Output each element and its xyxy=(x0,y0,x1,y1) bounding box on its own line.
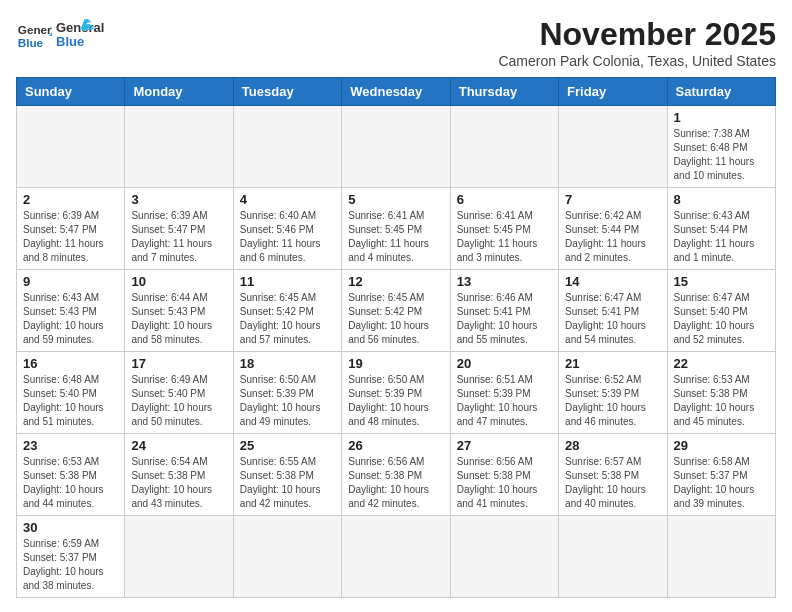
day-info: Sunrise: 6:48 AMSunset: 5:40 PMDaylight:… xyxy=(23,373,118,429)
day-number: 19 xyxy=(348,356,443,371)
day-cell: 17Sunrise: 6:49 AMSunset: 5:40 PMDayligh… xyxy=(125,352,233,434)
day-number: 17 xyxy=(131,356,226,371)
day-info: Sunrise: 6:50 AMSunset: 5:39 PMDaylight:… xyxy=(348,373,443,429)
day-info: Sunrise: 6:52 AMSunset: 5:39 PMDaylight:… xyxy=(565,373,660,429)
day-cell xyxy=(559,516,667,598)
day-number: 21 xyxy=(565,356,660,371)
day-info: Sunrise: 6:41 AMSunset: 5:45 PMDaylight:… xyxy=(348,209,443,265)
day-header-wednesday: Wednesday xyxy=(342,78,450,106)
day-info: Sunrise: 6:44 AMSunset: 5:43 PMDaylight:… xyxy=(131,291,226,347)
day-cell: 29Sunrise: 6:58 AMSunset: 5:37 PMDayligh… xyxy=(667,434,775,516)
day-cell: 21Sunrise: 6:52 AMSunset: 5:39 PMDayligh… xyxy=(559,352,667,434)
day-number: 27 xyxy=(457,438,552,453)
day-info: Sunrise: 6:57 AMSunset: 5:38 PMDaylight:… xyxy=(565,455,660,511)
day-cell: 3Sunrise: 6:39 AMSunset: 5:47 PMDaylight… xyxy=(125,188,233,270)
day-cell: 7Sunrise: 6:42 AMSunset: 5:44 PMDaylight… xyxy=(559,188,667,270)
day-info: Sunrise: 7:38 AMSunset: 6:48 PMDaylight:… xyxy=(674,127,769,183)
day-cell: 26Sunrise: 6:56 AMSunset: 5:38 PMDayligh… xyxy=(342,434,450,516)
day-cell: 5Sunrise: 6:41 AMSunset: 5:45 PMDaylight… xyxy=(342,188,450,270)
day-info: Sunrise: 6:45 AMSunset: 5:42 PMDaylight:… xyxy=(240,291,335,347)
day-cell: 4Sunrise: 6:40 AMSunset: 5:46 PMDaylight… xyxy=(233,188,341,270)
day-number: 15 xyxy=(674,274,769,289)
day-cell xyxy=(342,106,450,188)
day-info: Sunrise: 6:55 AMSunset: 5:38 PMDaylight:… xyxy=(240,455,335,511)
day-cell: 13Sunrise: 6:46 AMSunset: 5:41 PMDayligh… xyxy=(450,270,558,352)
day-cell: 30Sunrise: 6:59 AMSunset: 5:37 PMDayligh… xyxy=(17,516,125,598)
day-header-friday: Friday xyxy=(559,78,667,106)
day-cell: 25Sunrise: 6:55 AMSunset: 5:38 PMDayligh… xyxy=(233,434,341,516)
day-info: Sunrise: 6:58 AMSunset: 5:37 PMDaylight:… xyxy=(674,455,769,511)
day-header-monday: Monday xyxy=(125,78,233,106)
day-cell: 28Sunrise: 6:57 AMSunset: 5:38 PMDayligh… xyxy=(559,434,667,516)
day-info: Sunrise: 6:59 AMSunset: 5:37 PMDaylight:… xyxy=(23,537,118,593)
day-info: Sunrise: 6:49 AMSunset: 5:40 PMDaylight:… xyxy=(131,373,226,429)
day-header-saturday: Saturday xyxy=(667,78,775,106)
day-cell: 12Sunrise: 6:45 AMSunset: 5:42 PMDayligh… xyxy=(342,270,450,352)
svg-text:General: General xyxy=(56,20,104,35)
day-number: 26 xyxy=(348,438,443,453)
day-info: Sunrise: 6:43 AMSunset: 5:43 PMDaylight:… xyxy=(23,291,118,347)
day-number: 8 xyxy=(674,192,769,207)
day-number: 18 xyxy=(240,356,335,371)
day-cell: 20Sunrise: 6:51 AMSunset: 5:39 PMDayligh… xyxy=(450,352,558,434)
day-number: 3 xyxy=(131,192,226,207)
day-info: Sunrise: 6:56 AMSunset: 5:38 PMDaylight:… xyxy=(348,455,443,511)
logo-bird-icon: General Blue xyxy=(56,16,106,56)
day-info: Sunrise: 6:41 AMSunset: 5:45 PMDaylight:… xyxy=(457,209,552,265)
day-cell: 8Sunrise: 6:43 AMSunset: 5:44 PMDaylight… xyxy=(667,188,775,270)
calendar-title: November 2025 xyxy=(498,16,776,53)
day-cell: 18Sunrise: 6:50 AMSunset: 5:39 PMDayligh… xyxy=(233,352,341,434)
day-number: 9 xyxy=(23,274,118,289)
day-cell: 6Sunrise: 6:41 AMSunset: 5:45 PMDaylight… xyxy=(450,188,558,270)
day-cell: 14Sunrise: 6:47 AMSunset: 5:41 PMDayligh… xyxy=(559,270,667,352)
day-number: 22 xyxy=(674,356,769,371)
day-number: 16 xyxy=(23,356,118,371)
week-row-4: 23Sunrise: 6:53 AMSunset: 5:38 PMDayligh… xyxy=(17,434,776,516)
day-number: 6 xyxy=(457,192,552,207)
day-info: Sunrise: 6:39 AMSunset: 5:47 PMDaylight:… xyxy=(131,209,226,265)
day-header-thursday: Thursday xyxy=(450,78,558,106)
day-number: 4 xyxy=(240,192,335,207)
week-row-1: 2Sunrise: 6:39 AMSunset: 5:47 PMDaylight… xyxy=(17,188,776,270)
day-cell xyxy=(233,516,341,598)
day-number: 10 xyxy=(131,274,226,289)
day-cell xyxy=(559,106,667,188)
day-header-sunday: Sunday xyxy=(17,78,125,106)
day-info: Sunrise: 6:42 AMSunset: 5:44 PMDaylight:… xyxy=(565,209,660,265)
day-number: 30 xyxy=(23,520,118,535)
day-number: 12 xyxy=(348,274,443,289)
day-info: Sunrise: 6:51 AMSunset: 5:39 PMDaylight:… xyxy=(457,373,552,429)
day-cell: 22Sunrise: 6:53 AMSunset: 5:38 PMDayligh… xyxy=(667,352,775,434)
day-cell xyxy=(125,516,233,598)
day-number: 25 xyxy=(240,438,335,453)
day-cell xyxy=(450,106,558,188)
day-info: Sunrise: 6:56 AMSunset: 5:38 PMDaylight:… xyxy=(457,455,552,511)
page-header: General Blue General Blue November 2025 … xyxy=(16,16,776,69)
day-cell: 2Sunrise: 6:39 AMSunset: 5:47 PMDaylight… xyxy=(17,188,125,270)
day-number: 23 xyxy=(23,438,118,453)
day-info: Sunrise: 6:50 AMSunset: 5:39 PMDaylight:… xyxy=(240,373,335,429)
day-cell xyxy=(125,106,233,188)
day-cell: 9Sunrise: 6:43 AMSunset: 5:43 PMDaylight… xyxy=(17,270,125,352)
day-cell: 16Sunrise: 6:48 AMSunset: 5:40 PMDayligh… xyxy=(17,352,125,434)
week-row-5: 30Sunrise: 6:59 AMSunset: 5:37 PMDayligh… xyxy=(17,516,776,598)
day-cell xyxy=(450,516,558,598)
day-info: Sunrise: 6:53 AMSunset: 5:38 PMDaylight:… xyxy=(674,373,769,429)
day-info: Sunrise: 6:46 AMSunset: 5:41 PMDaylight:… xyxy=(457,291,552,347)
svg-text:Blue: Blue xyxy=(18,36,44,49)
day-info: Sunrise: 6:47 AMSunset: 5:41 PMDaylight:… xyxy=(565,291,660,347)
day-number: 11 xyxy=(240,274,335,289)
day-number: 24 xyxy=(131,438,226,453)
day-cell: 27Sunrise: 6:56 AMSunset: 5:38 PMDayligh… xyxy=(450,434,558,516)
svg-text:Blue: Blue xyxy=(56,34,84,49)
day-number: 1 xyxy=(674,110,769,125)
day-cell: 19Sunrise: 6:50 AMSunset: 5:39 PMDayligh… xyxy=(342,352,450,434)
day-number: 14 xyxy=(565,274,660,289)
day-cell xyxy=(233,106,341,188)
day-number: 7 xyxy=(565,192,660,207)
day-cell: 15Sunrise: 6:47 AMSunset: 5:40 PMDayligh… xyxy=(667,270,775,352)
day-cell: 1Sunrise: 7:38 AMSunset: 6:48 PMDaylight… xyxy=(667,106,775,188)
day-header-row: SundayMondayTuesdayWednesdayThursdayFrid… xyxy=(17,78,776,106)
day-number: 20 xyxy=(457,356,552,371)
day-cell: 24Sunrise: 6:54 AMSunset: 5:38 PMDayligh… xyxy=(125,434,233,516)
